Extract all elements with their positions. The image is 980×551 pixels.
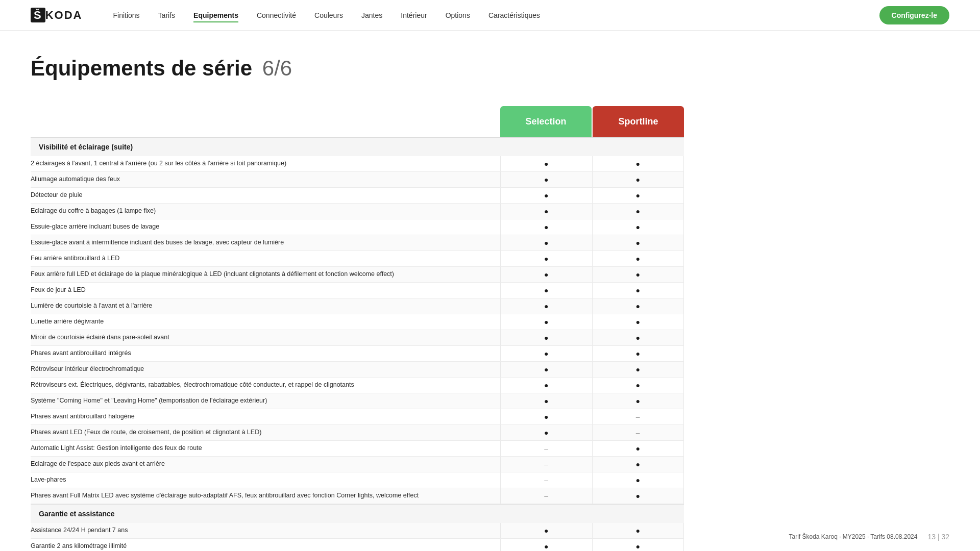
- column-header-selection: Selection: [500, 106, 592, 137]
- cell-sportline: ●: [592, 441, 684, 456]
- cell-sportline: ●: [592, 378, 684, 393]
- nav-item-options[interactable]: Options: [446, 11, 470, 19]
- table-row: Assistance 24/24 H pendant 7 ans ● ●: [31, 523, 684, 539]
- cell-selection: ●: [500, 204, 592, 219]
- table-row: Détecteur de pluie ● ●: [31, 188, 684, 204]
- table-row: Garantie 2 ans kilométrage illimité ● ●: [31, 539, 684, 551]
- navigation: ŠKODA Finitions Tarifs Equipements Conne…: [0, 0, 980, 31]
- table-row: Lunette arrière dégivrante ● ●: [31, 314, 684, 330]
- cell-selection: –: [500, 472, 592, 488]
- cell-selection: –: [500, 457, 592, 472]
- table-row: Rétroviseurs ext. Électriques, dégivrant…: [31, 378, 684, 393]
- section-header-visibility: Visibilité et éclairage (suite): [31, 137, 684, 156]
- cell-selection: ●: [500, 156, 592, 171]
- cell-sportline: –: [592, 409, 684, 424]
- nav-item-interieur[interactable]: Intérieur: [401, 11, 427, 19]
- nav-item-equipements[interactable]: Equipements: [193, 11, 238, 19]
- cell-selection: ●: [500, 235, 592, 251]
- page-title: Équipements de série 6/6: [31, 56, 684, 81]
- cell-sportline: ●: [592, 472, 684, 488]
- cell-selection: ●: [500, 362, 592, 377]
- column-header-sportline: Sportline: [593, 106, 684, 137]
- footer-page: 13 | 32: [927, 533, 949, 541]
- cell-selection: ●: [500, 188, 592, 203]
- cell-selection: ●: [500, 425, 592, 440]
- cell-sportline: ●: [592, 346, 684, 361]
- table-row: Lumière de courtoisie à l'avant et à l'a…: [31, 298, 684, 314]
- cell-sportline: ●: [592, 393, 684, 409]
- cell-selection: ●: [500, 409, 592, 424]
- cell-selection: ●: [500, 393, 592, 409]
- table-row: Miroir de courtoisie éclairé dans pare-s…: [31, 330, 684, 346]
- cell-selection: ●: [500, 172, 592, 187]
- cell-sportline: ●: [592, 235, 684, 251]
- cell-sportline: ●: [592, 298, 684, 314]
- column-headers: Selection Sportline: [500, 106, 684, 137]
- table-row: Automatic Light Assist: Gestion intellig…: [31, 441, 684, 457]
- cell-sportline: ●: [592, 156, 684, 171]
- cell-sportline: ●: [592, 204, 684, 219]
- table-row: Phares avant antibrouillard halogène ● –: [31, 409, 684, 425]
- cell-sportline: ●: [592, 523, 684, 538]
- cell-sportline: –: [592, 425, 684, 440]
- cell-selection: –: [500, 488, 592, 504]
- cell-selection: ●: [500, 298, 592, 314]
- configurez-le-button[interactable]: Configurez-le: [879, 6, 949, 24]
- footer-info: Tarif Škoda Karoq · MY2025 · Tarifs 08.0…: [789, 533, 917, 540]
- cell-sportline: ●: [592, 314, 684, 330]
- table-row: Phares avant Full Matrix LED avec systèm…: [31, 488, 684, 504]
- cell-sportline: ●: [592, 267, 684, 282]
- footer: Tarif Škoda Karoq · MY2025 · Tarifs 08.0…: [789, 533, 949, 541]
- table-row: 2 éclairages à l'avant, 1 central à l'ar…: [31, 156, 684, 172]
- table-row: Système "Coming Home" et "Leaving Home" …: [31, 393, 684, 409]
- nav-item-tarifs[interactable]: Tarifs: [158, 11, 175, 19]
- cell-sportline: ●: [592, 188, 684, 203]
- table-row: Feux arrière full LED et éclairage de la…: [31, 267, 684, 283]
- table-row: Phares avant antibrouillard intégrés ● ●: [31, 346, 684, 362]
- nav-item-finitions[interactable]: Finitions: [113, 11, 139, 19]
- cell-selection: ●: [500, 330, 592, 345]
- cell-selection: ●: [500, 523, 592, 538]
- table-row: Feux de jour à LED ● ●: [31, 283, 684, 298]
- table-row: Rétroviseur intérieur électrochromatique…: [31, 362, 684, 378]
- table-row: Eclairage de l'espace aux pieds avant et…: [31, 457, 684, 472]
- nav-item-caracteristiques[interactable]: Caractéristiques: [488, 11, 540, 19]
- cell-selection: ●: [500, 346, 592, 361]
- cell-sportline: ●: [592, 283, 684, 298]
- cell-selection: ●: [500, 378, 592, 393]
- table-row: Feu arrière antibrouillard à LED ● ●: [31, 251, 684, 267]
- table-row: Essuie-glace avant à intermittence inclu…: [31, 235, 684, 251]
- cell-sportline: ●: [592, 488, 684, 504]
- cell-sportline: ●: [592, 362, 684, 377]
- cell-selection: ●: [500, 539, 592, 551]
- cell-selection: ●: [500, 267, 592, 282]
- nav-item-jantes[interactable]: Jantes: [361, 11, 382, 19]
- table-row: Eclairage du coffre à bagages (1 lampe f…: [31, 204, 684, 219]
- cell-sportline: ●: [592, 539, 684, 551]
- cell-selection: ●: [500, 251, 592, 266]
- cell-sportline: ●: [592, 251, 684, 266]
- cell-selection: ●: [500, 219, 592, 235]
- cell-sportline: ●: [592, 219, 684, 235]
- cell-selection: ●: [500, 314, 592, 330]
- nav-item-couleurs[interactable]: Couleurs: [314, 11, 343, 19]
- cell-sportline: ●: [592, 172, 684, 187]
- nav-links: Finitions Tarifs Equipements Connectivit…: [113, 11, 879, 19]
- table-row: Lave-phares – ●: [31, 472, 684, 488]
- section-header-garantie: Garantie et assistance: [31, 504, 684, 523]
- comparison-table: Selection Sportline Visibilité et éclair…: [31, 106, 684, 551]
- table-row: Allumage automatique des feux ● ●: [31, 172, 684, 188]
- brand-logo: ŠKODA: [31, 9, 82, 22]
- nav-item-connectivite[interactable]: Connectivité: [257, 11, 296, 19]
- cell-selection: –: [500, 441, 592, 456]
- cell-sportline: ●: [592, 457, 684, 472]
- table-row: Essuie-glace arrière incluant buses de l…: [31, 219, 684, 235]
- table-row: Phares avant LED (Feux de route, de croi…: [31, 425, 684, 441]
- cell-selection: ●: [500, 283, 592, 298]
- cell-sportline: ●: [592, 330, 684, 345]
